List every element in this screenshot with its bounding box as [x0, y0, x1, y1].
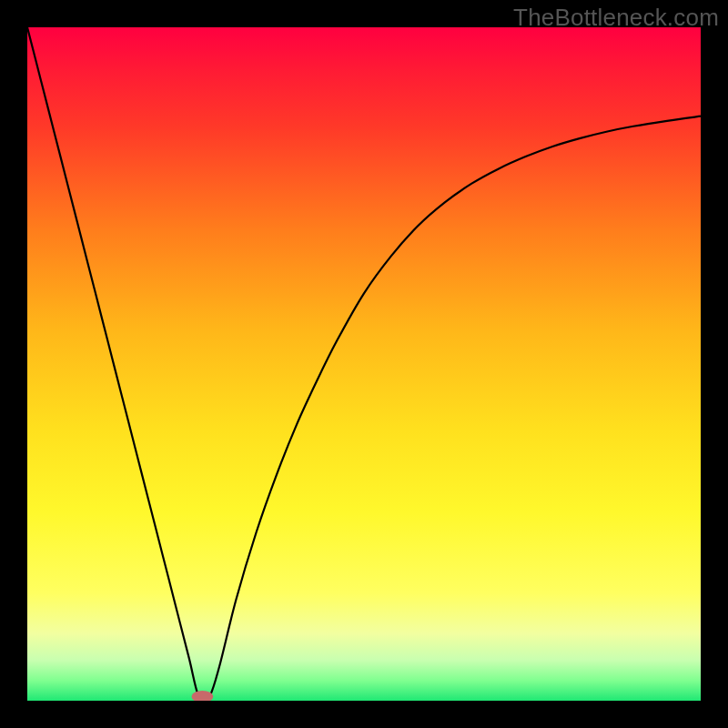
chart-svg	[27, 27, 701, 701]
gradient-background	[27, 27, 701, 701]
chart-frame: TheBottleneck.com	[0, 0, 728, 728]
plot-area	[27, 27, 701, 701]
